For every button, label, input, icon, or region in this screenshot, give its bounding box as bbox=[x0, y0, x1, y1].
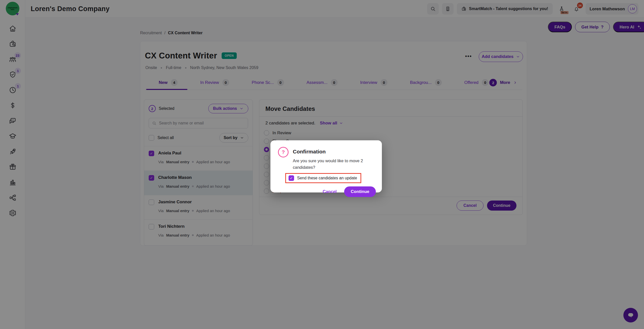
question-circle-icon: ? bbox=[278, 147, 289, 157]
send-update-label: Send these candidates an update bbox=[297, 176, 357, 180]
modal-title: Confirmation bbox=[293, 147, 376, 155]
confirmation-modal: ? Confirmation Are you sure you would li… bbox=[270, 140, 382, 192]
modal-continue-button[interactable]: Continue bbox=[344, 186, 376, 197]
modal-body: Are you sure you would like to move 2 ca… bbox=[293, 158, 376, 171]
send-update-checkbox[interactable]: ✓ bbox=[289, 175, 294, 181]
modal-cancel-button[interactable]: Cancel bbox=[323, 189, 337, 194]
app: Loren's Demo Company SmartMatch - Talent… bbox=[0, 0, 644, 329]
annotation-highlight-box: ✓ Send these candidates an update bbox=[285, 173, 361, 183]
